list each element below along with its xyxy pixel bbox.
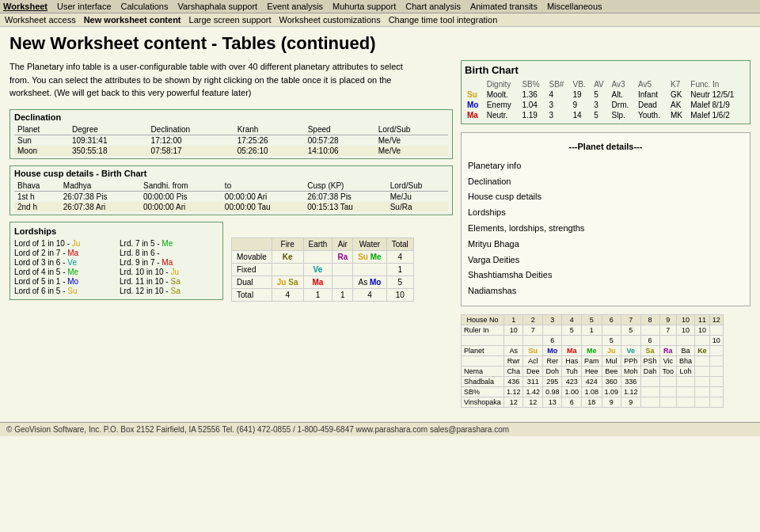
hr-val: Dee xyxy=(523,366,543,376)
hr-label: Planet xyxy=(462,345,504,355)
dec-speed: 14:10:06 xyxy=(305,146,375,156)
elem-col-total: Total xyxy=(386,238,413,250)
hr-val xyxy=(695,366,710,376)
pd-item-house-cusp[interactable]: House cusp details xyxy=(468,189,743,205)
hr-label: SB% xyxy=(462,386,504,397)
hc-lordsub: Me/Ju xyxy=(387,191,448,202)
hr-val xyxy=(695,397,710,407)
hr-val: As xyxy=(504,345,523,355)
hr-val: 6 xyxy=(542,335,562,345)
elem-earth: 1 xyxy=(303,288,332,301)
elem-col-fire: Fire xyxy=(272,238,303,250)
nav-event-analysis[interactable]: Event analysis xyxy=(267,2,323,11)
hr-val: 360 xyxy=(602,376,621,386)
right-column: Birth Chart Dignity SB% SB# VB. AV Av3 A… xyxy=(461,60,750,408)
pd-item-mrityu[interactable]: Mrityu Bhaga xyxy=(468,237,743,253)
bc-col-sbnum: SB# xyxy=(546,79,570,89)
subnav-new-worksheet[interactable]: New worksheet content xyxy=(84,15,181,25)
hr-val: 5 xyxy=(621,325,641,335)
hc-col-bhava: Bhava xyxy=(14,180,60,192)
top-nav: Worksheet User interface Calculations Va… xyxy=(0,0,760,13)
subnav-worksheet-access[interactable]: Worksheet access xyxy=(5,15,76,25)
hr-val: Vic xyxy=(659,355,677,366)
dec-col-lordsub: Lord/Sub xyxy=(375,124,448,135)
subnav-customizations[interactable]: Worksheet customizations xyxy=(279,15,380,25)
pd-item-varga[interactable]: Varga Deities xyxy=(468,253,743,268)
table-row: SB% 1.12 1.42 0.98 1.00 1.08 1.09 1.12 xyxy=(462,386,724,397)
hr-val xyxy=(709,397,723,407)
lordships-title: Lordships xyxy=(14,226,218,236)
pd-item-declination[interactable]: Declination xyxy=(468,174,743,190)
pd-item-nadiamshas[interactable]: Nadiamshas xyxy=(468,283,743,299)
bc-sbnum: 3 xyxy=(546,100,570,110)
nav-varshaphala[interactable]: Varshaphala support xyxy=(177,2,257,11)
hr-val xyxy=(659,386,677,397)
hr-val: 5 xyxy=(562,325,582,335)
hc-cusp: 26:07:38 Pis xyxy=(304,191,386,202)
elem-type: Fixed xyxy=(232,263,272,276)
hr-val: 1.42 xyxy=(523,386,543,397)
dec-decl: 17:12:00 xyxy=(148,135,234,146)
bc-col-av: AV xyxy=(591,79,609,89)
left-column: The Planetary info table is a user-confi… xyxy=(10,60,453,408)
hr-col-10: 10 xyxy=(677,314,695,325)
hr-val xyxy=(695,355,710,366)
declination-table: Planet Degree Declination Kranh Speed Lo… xyxy=(14,124,448,156)
bc-func: Malef 1/6/2 xyxy=(688,110,747,120)
hr-label: Shadbala xyxy=(462,376,504,386)
house-cusp-section: House cusp details - Birth Chart Bhava M… xyxy=(10,165,453,215)
hr-val xyxy=(709,325,723,335)
subnav-change-time[interactable]: Change time tool integration xyxy=(389,15,498,25)
bc-planet: Ma xyxy=(465,110,484,120)
hr-val: Acl xyxy=(523,355,543,366)
dec-col-declination: Declination xyxy=(148,124,234,135)
hr-val: 10 xyxy=(709,335,723,345)
footer-text: © GeoVision Software, Inc. P.O. Box 2152… xyxy=(6,425,509,434)
hr-val: 295 xyxy=(542,376,562,386)
elem-total: 4 xyxy=(386,250,413,263)
bc-av3: Alt. xyxy=(610,89,636,100)
bc-planet: Su xyxy=(465,89,484,100)
hr-val: 9 xyxy=(602,397,621,407)
subnav-large-screen[interactable]: Large screen support xyxy=(189,15,272,25)
hc-bhava: 1st h xyxy=(14,191,60,202)
nav-muhurta[interactable]: Muhurta support xyxy=(332,2,396,11)
hr-val: Ba xyxy=(677,345,695,355)
hr-val: 7 xyxy=(659,325,677,335)
hr-label: Ruler In xyxy=(462,325,504,335)
pd-item-elements[interactable]: Elements, lordships, strengths xyxy=(468,221,743,237)
elem-earth: Ma xyxy=(303,276,332,288)
bc-av: 3 xyxy=(591,100,609,110)
hr-val xyxy=(709,376,723,386)
table-row: Mo Enemy 1.04 3 9 3 Drm. Dead AK Malef 8… xyxy=(465,100,747,110)
nav-user-interface[interactable]: User interface xyxy=(57,2,111,11)
pd-item-lordships[interactable]: Lordships xyxy=(468,205,743,221)
nav-worksheet[interactable]: Worksheet xyxy=(3,2,48,11)
pd-item-shashtiamsha[interactable]: Shashtiamsha Deities xyxy=(468,268,743,283)
hr-val xyxy=(695,335,710,345)
table-row: Rwr Acl Rer Has Pam Mul PPh PSh Vic Bha xyxy=(462,355,724,366)
hr-val xyxy=(640,397,659,407)
table-row: Su Moolt. 1.36 4 19 5 Alt. Infant GK Neu… xyxy=(465,89,747,100)
planet-details-section: ---Planet details--- Planetary info Decl… xyxy=(461,132,750,306)
bc-col-func: Func. In xyxy=(688,79,747,89)
house-ruler-table: House No 1 2 3 4 5 6 7 8 9 10 11 xyxy=(461,314,724,408)
pd-item-planetary-info[interactable]: Planetary info xyxy=(468,158,743,174)
hr-val: Cha xyxy=(504,366,523,376)
bc-k7: MK xyxy=(668,110,688,120)
list-item: Lrd. 12 in 10 - Sa xyxy=(120,287,218,295)
hr-val xyxy=(640,386,659,397)
nav-calculations[interactable]: Calculations xyxy=(121,2,169,11)
hr-val: 18 xyxy=(582,397,602,407)
table-row: Ruler In 10 7 5 1 5 7 10 10 xyxy=(462,325,724,335)
hr-val: 1.12 xyxy=(504,386,523,397)
nav-animated-transits[interactable]: Animated transits xyxy=(470,2,538,11)
hr-val: Sa xyxy=(640,345,659,355)
hr-val: Ve xyxy=(621,345,641,355)
hr-val: Too xyxy=(659,366,677,376)
nav-miscellaneous[interactable]: Miscellaneous xyxy=(547,2,602,11)
nav-chart-analysis[interactable]: Chart analysis xyxy=(405,2,461,11)
hr-val xyxy=(695,386,710,397)
bc-av: 5 xyxy=(591,89,609,100)
main-content: New Worksheet content - Tables (continue… xyxy=(0,27,760,414)
